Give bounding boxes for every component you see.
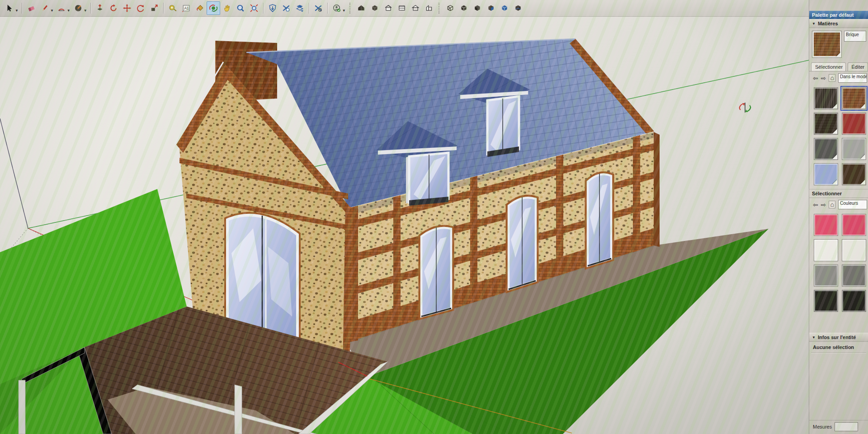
zoom-magnifier-icon — [236, 4, 245, 12]
orbit-icon — [209, 4, 217, 12]
material-swatch-brick[interactable] — [842, 87, 866, 109]
model-viewport[interactable] — [0, 0, 809, 434]
material-swatch-blue-gray[interactable] — [814, 163, 838, 185]
layers-stack-button[interactable] — [293, 1, 307, 15]
forward-arrow-icon[interactable]: ⇨ — [821, 75, 826, 81]
main-toolbar: ▼ ▼ ▼ ▼ A1 ▼ — [0, 0, 812, 17]
account-button[interactable] — [330, 1, 344, 15]
view-top-button[interactable] — [395, 1, 409, 15]
view-iso-button[interactable] — [354, 1, 368, 15]
tab-editer[interactable]: Éditer — [848, 62, 868, 71]
material-swatch-dark-wood[interactable] — [814, 87, 838, 109]
material-collection-dropdown[interactable]: Dans le modèle — [838, 73, 867, 83]
view-side-button[interactable] — [422, 1, 436, 15]
account-dropdown-caret[interactable]: ▼ — [342, 9, 346, 13]
toolbar-separator — [22, 3, 22, 14]
paint-bucket-tool-button[interactable] — [193, 1, 207, 15]
material-preview-thumb[interactable] — [812, 31, 842, 58]
material-swatch-light-gray[interactable] — [842, 138, 866, 160]
pan-tool-button[interactable] — [220, 1, 234, 15]
pan-hand-icon — [223, 4, 231, 12]
toolbar-drag-handle[interactable] — [439, 3, 441, 14]
rotate-tool-button[interactable] — [134, 1, 147, 15]
material-swatch-dark-brick[interactable] — [814, 113, 838, 135]
home-icon[interactable]: ⌂ — [829, 201, 835, 208]
tape-measure-tool-button[interactable] — [166, 1, 179, 15]
zoom-tool-button[interactable] — [234, 1, 247, 15]
view-front-button[interactable] — [382, 1, 395, 15]
zoom-extents-button[interactable] — [247, 1, 261, 15]
tab-selectionner[interactable]: Sélectionner — [811, 62, 846, 71]
circle-tool-button[interactable] — [71, 1, 85, 15]
color-swatch-black-1[interactable] — [814, 290, 838, 312]
forward-arrow-icon[interactable]: ⇨ — [821, 202, 826, 208]
style-xray-button[interactable] — [511, 1, 525, 15]
material-swatch-dark-brown[interactable] — [842, 163, 866, 185]
color-swatch-pink-1[interactable] — [814, 214, 838, 236]
view-back-button[interactable] — [409, 1, 422, 15]
line-tool-button[interactable] — [38, 1, 52, 15]
follow-me-tool-button[interactable] — [107, 1, 120, 15]
pencil-icon — [41, 4, 49, 12]
color-swatch-white-2[interactable] — [842, 239, 866, 261]
select-arrow-icon — [5, 4, 14, 12]
style-textured-button[interactable] — [484, 1, 498, 15]
orbit-tool-button[interactable] — [207, 1, 220, 15]
section-tool-button[interactable] — [311, 1, 325, 15]
color-swatch-white-1[interactable] — [814, 239, 838, 261]
measurements-input[interactable] — [835, 422, 858, 431]
circle-dropdown-caret[interactable]: ▼ — [84, 9, 87, 13]
style-monochrome-button[interactable] — [498, 1, 511, 15]
hidden-line-box-icon — [460, 4, 468, 12]
monochrome-box-icon — [500, 4, 509, 12]
color-swatch-black-2[interactable] — [842, 290, 866, 312]
eraser-icon — [27, 4, 35, 12]
entity-info-section-header[interactable]: ▼ Infos sur l'entité — [809, 333, 868, 342]
layers-icon — [296, 4, 304, 12]
account-icon — [333, 4, 341, 12]
house-back-icon — [411, 4, 420, 12]
color-swatch-gray-2[interactable] — [842, 264, 866, 287]
style-shaded-button[interactable] — [471, 1, 484, 15]
material-swatch-red[interactable] — [842, 113, 866, 135]
back-arrow-icon[interactable]: ⇦ — [813, 202, 818, 208]
xray-box-icon — [514, 4, 522, 12]
color-swatch-pink-2[interactable] — [842, 214, 866, 236]
color-swatch-grid — [809, 211, 868, 316]
offset-tool-button[interactable] — [147, 1, 161, 15]
shield-arrow-icon — [269, 4, 277, 12]
home-icon[interactable]: ⌂ — [829, 74, 835, 82]
model-update-button[interactable] — [266, 1, 279, 15]
move-tool-button[interactable] — [120, 1, 134, 15]
deck-post-center — [235, 385, 242, 434]
house-front-icon — [384, 4, 392, 12]
style-wireframe-button[interactable] — [443, 1, 457, 15]
materials-header-label: Matières — [818, 21, 838, 26]
arc-tool-button[interactable] — [55, 1, 68, 15]
material-name-field[interactable]: Brique — [844, 31, 866, 42]
text-tool-button[interactable]: A1 — [179, 1, 193, 15]
color-swatch-gray-1[interactable] — [814, 264, 838, 287]
view-model-button[interactable] — [368, 1, 382, 15]
arc-dropdown-caret[interactable]: ▼ — [67, 9, 71, 13]
toolbar-separator — [163, 3, 164, 14]
style-hidden-line-button[interactable] — [457, 1, 471, 15]
rotate-icon — [137, 4, 145, 12]
line-dropdown-caret[interactable]: ▼ — [50, 9, 54, 13]
material-swatch-dark-gray[interactable] — [814, 138, 838, 160]
paint-bucket-icon — [196, 4, 204, 12]
toolbar-drag-handle[interactable] — [349, 3, 352, 14]
select-dropdown-caret[interactable]: ▼ — [15, 9, 19, 13]
toolbar-separator — [90, 3, 91, 14]
entity-info-header-label: Infos sur l'entité — [818, 335, 856, 340]
divider — [811, 353, 866, 354]
shaded-box-icon — [473, 4, 481, 12]
default-tray-panel: Palette par défaut ▼ Matières Brique Sél… — [809, 0, 868, 434]
axes-tool-button[interactable] — [279, 1, 293, 15]
eraser-tool-button[interactable] — [24, 1, 38, 15]
color-collection-dropdown[interactable]: Couleurs — [838, 200, 867, 209]
back-arrow-icon[interactable]: ⇦ — [813, 75, 818, 81]
push-pull-tool-button[interactable] — [93, 1, 107, 15]
materials-section-header[interactable]: ▼ Matières — [809, 19, 868, 28]
select-tool-button[interactable] — [3, 1, 16, 15]
